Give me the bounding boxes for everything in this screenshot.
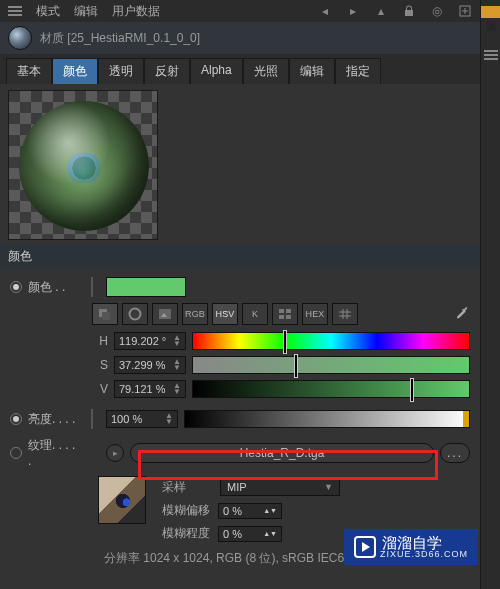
tab-lum[interactable]: 光照 <box>243 58 289 84</box>
tab-editor[interactable]: 编辑 <box>289 58 335 84</box>
value-h: 119.202 ° <box>119 335 166 347</box>
lock-icon[interactable] <box>402 4 416 18</box>
value-bluroffset: 0 % <box>223 505 242 517</box>
color-wheel-icon[interactable] <box>122 303 148 325</box>
value-s: 37.299 % <box>119 359 165 371</box>
tab-reflect[interactable]: 反射 <box>144 58 190 84</box>
material-preview <box>8 90 158 240</box>
spinner-s[interactable]: ▲▼ <box>173 359 181 371</box>
image-icon[interactable] <box>152 303 178 325</box>
radio-texture[interactable] <box>10 447 22 459</box>
grid-icon[interactable] <box>332 303 358 325</box>
mode-rgb[interactable]: RGB <box>182 303 208 325</box>
back-icon[interactable]: ◂ <box>318 4 332 18</box>
radio-brightness[interactable] <box>10 413 22 425</box>
material-thumb-icon <box>8 26 32 50</box>
material-titlebar: 材质 [25_HestiaRMI_0.1_0_0] <box>0 22 480 54</box>
label-blurlevel: 模糊程度 <box>162 525 210 542</box>
menu-edit[interactable]: 编辑 <box>74 3 98 20</box>
slider-brightness[interactable] <box>184 410 470 428</box>
svg-point-3 <box>130 309 141 320</box>
label-color: 颜色 . . <box>28 279 78 296</box>
texture-play-icon[interactable]: ▸ <box>106 444 124 462</box>
label-v: V <box>92 382 108 396</box>
svg-rect-4 <box>159 309 171 319</box>
slider-value[interactable] <box>192 380 470 398</box>
mode-hex[interactable]: HEX <box>302 303 328 325</box>
hamburger-icon[interactable] <box>8 6 22 16</box>
marker-hue[interactable] <box>284 331 286 353</box>
watermark-sub: ZIXUE.3D66.COM <box>380 550 468 559</box>
row-brightness: 亮度. . . . 100 % ▲▼ <box>4 407 476 431</box>
input-v[interactable]: 79.121 % ▲▼ <box>114 380 186 398</box>
value-blurlevel: 0 % <box>223 528 242 540</box>
input-h[interactable]: 119.202 ° ▲▼ <box>114 332 186 350</box>
swatches-icon[interactable] <box>272 303 298 325</box>
tab-color[interactable]: 颜色 <box>52 58 98 84</box>
rail-hamburger-icon[interactable] <box>484 50 498 60</box>
mode-k[interactable]: K <box>242 303 268 325</box>
tab-assign[interactable]: 指定 <box>335 58 381 84</box>
input-brightness[interactable]: 100 % ▲▼ <box>106 410 178 428</box>
select-sampling[interactable]: MIP ▼ <box>220 478 340 496</box>
value-v: 79.121 % <box>119 383 165 395</box>
slider-hue[interactable] <box>192 332 470 350</box>
spinner-h[interactable]: ▲▼ <box>173 335 181 347</box>
eyedropper-icon[interactable] <box>454 305 470 324</box>
menubar: 模式 编辑 用户数据 ◂ ▸ ▴ ◎ <box>0 0 480 22</box>
menu-userdata[interactable]: 用户数据 <box>112 3 160 20</box>
target-icon[interactable]: ◎ <box>430 4 444 18</box>
label-bluroffset: 模糊偏移 <box>162 502 210 519</box>
expand-handle-icon[interactable] <box>91 277 93 297</box>
rail-tab-attributes[interactable]: 属 <box>481 6 500 18</box>
chevron-down-icon: ▼ <box>324 482 333 492</box>
texture-thumbnail[interactable] <box>98 476 146 524</box>
value-sampling: MIP <box>227 481 247 493</box>
tab-alpha[interactable]: Alpha <box>190 58 243 84</box>
menu-mode[interactable]: 模式 <box>36 3 60 20</box>
svg-rect-6 <box>279 309 284 313</box>
value-brightness: 100 % <box>111 413 142 425</box>
material-title: 材质 [25_HestiaRMI_0.1_0_0] <box>40 30 200 47</box>
marker-val[interactable] <box>411 379 413 401</box>
svg-rect-2 <box>102 312 110 320</box>
svg-rect-7 <box>286 309 291 313</box>
label-h: H <box>92 334 108 348</box>
watermark: 溜溜自学 ZIXUE.3D66.COM <box>344 529 478 565</box>
svg-rect-9 <box>286 315 291 319</box>
input-bluroffset[interactable]: 0 % ▲▼ <box>218 503 282 519</box>
label-s: S <box>92 358 108 372</box>
input-blurlevel[interactable]: 0 % ▲▼ <box>218 526 282 542</box>
mode-hsv[interactable]: HSV <box>212 303 238 325</box>
label-sampling: 采样 <box>162 479 186 496</box>
color-swatch[interactable] <box>106 277 186 297</box>
radio-color[interactable] <box>10 281 22 293</box>
forward-icon[interactable]: ▸ <box>346 4 360 18</box>
section-color-head: 颜色 <box>0 244 480 269</box>
color-mode-strip: RGB HSV K HEX <box>4 299 476 329</box>
up-icon[interactable]: ▴ <box>374 4 388 18</box>
spinner-v[interactable]: ▲▼ <box>173 383 181 395</box>
slider-saturation[interactable] <box>192 356 470 374</box>
marker-sat[interactable] <box>295 355 297 377</box>
watermark-play-icon <box>354 536 376 558</box>
label-brightness: 亮度. . . . <box>28 411 78 428</box>
label-texture: 纹理. . . . . <box>28 437 78 468</box>
spinner-bluroffset[interactable]: ▲▼ <box>263 507 277 514</box>
input-s[interactable]: 37.299 % ▲▼ <box>114 356 186 374</box>
texture-browse-button[interactable]: ... <box>440 443 470 463</box>
plus-icon[interactable] <box>458 4 472 18</box>
watermark-text: 溜溜自学 <box>382 535 468 550</box>
spinner-brightness[interactable]: ▲▼ <box>165 413 173 425</box>
channel-tabs: 基本 颜色 透明 反射 Alpha 光照 编辑 指定 <box>0 54 480 84</box>
paint-icon[interactable] <box>92 303 118 325</box>
texture-file-button[interactable]: Hestia_R_D.tga <box>130 443 434 463</box>
row-texture: 纹理. . . . . ▸ Hestia_R_D.tga ... <box>4 435 476 470</box>
right-rail: 属 <box>480 0 500 589</box>
tab-basic[interactable]: 基本 <box>6 58 52 84</box>
expand-handle-icon[interactable] <box>91 409 93 429</box>
row-color: 颜色 . . <box>4 275 476 299</box>
tab-transp[interactable]: 透明 <box>98 58 144 84</box>
spinner-blurlevel[interactable]: ▲▼ <box>263 530 277 537</box>
preview-sphere-icon <box>19 101 149 231</box>
